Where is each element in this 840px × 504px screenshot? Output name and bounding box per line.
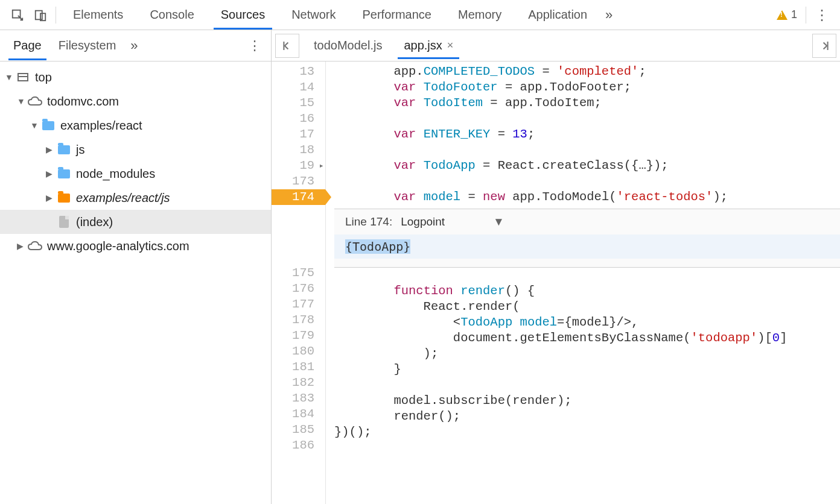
warning-count: 1 <box>791 8 797 21</box>
editor-tab-label: todoModel.js <box>314 39 382 52</box>
settings-menu-icon[interactable]: ⋮ <box>810 7 834 24</box>
breakpoint-line-label: Line 174: <box>345 215 392 228</box>
caret-down-icon: ▼ <box>30 121 41 130</box>
tree-item-folder[interactable]: ▶ node_modules <box>0 162 271 186</box>
line-number[interactable]: 175 <box>272 265 325 281</box>
tab-application[interactable]: Application <box>515 1 600 29</box>
tree-item-top[interactable]: ▼ top <box>0 65 271 89</box>
navigator-tab-filesystem[interactable]: Filesystem <box>50 31 125 60</box>
navigator-menu-icon[interactable]: ⋮ <box>243 38 266 54</box>
caret-down-icon: ▼ <box>5 72 16 82</box>
code-editor[interactable]: 13 14 15 16 17 18 19 173 174 175 176 177… <box>272 61 840 504</box>
navigator-tab-page[interactable]: Page <box>5 31 50 60</box>
tree-item-folder[interactable]: ▶ examples/react/js <box>0 186 271 210</box>
window-icon <box>16 70 30 84</box>
file-tree: ▼ top ▼ todomvc.com ▼ examples/react ▶ j… <box>0 61 271 262</box>
navigator-panel: Page Filesystem » ⋮ ▼ top ▼ todomvc.com … <box>0 30 272 504</box>
tree-label: examples/react <box>60 119 142 133</box>
caret-right-icon: ▶ <box>46 145 57 154</box>
line-number[interactable]: 17 <box>272 127 325 142</box>
line-number[interactable]: 176 <box>272 281 325 297</box>
tree-item-folder[interactable]: ▶ js <box>0 137 271 162</box>
breakpoint-type-select[interactable]: Logpoint ▼ <box>401 215 504 228</box>
line-number[interactable]: 15 <box>272 95 325 111</box>
cloud-icon <box>28 94 42 109</box>
tree-label: examples/react/js <box>76 191 170 205</box>
code-area[interactable]: app.COMPLETED_TODOS = 'completed'; var T… <box>326 61 840 504</box>
line-number[interactable]: 178 <box>272 312 325 328</box>
cloud-icon <box>28 239 42 253</box>
caret-right-icon: ▶ <box>46 193 57 203</box>
line-number[interactable]: 180 <box>272 344 325 359</box>
line-number[interactable]: 184 <box>272 406 325 422</box>
breakpoint-expression-value: {TodoApp} <box>345 239 410 254</box>
tab-console[interactable]: Console <box>136 1 207 29</box>
tree-label: todomvc.com <box>47 95 119 109</box>
breakpoint-editor: Line 174: Logpoint ▼ {TodoApp} <box>334 209 840 268</box>
devtools-tab-bar: Elements Console Sources Network Perform… <box>0 0 840 30</box>
line-number[interactable]: 13 <box>272 64 325 80</box>
tab-memory[interactable]: Memory <box>445 1 515 29</box>
tab-sources[interactable]: Sources <box>208 1 278 29</box>
divider <box>56 7 56 24</box>
line-number[interactable]: 182 <box>272 375 325 391</box>
device-toolbar-icon[interactable] <box>29 4 52 27</box>
tree-item-domain[interactable]: ▼ todomvc.com <box>0 89 271 113</box>
line-number[interactable]: 16 <box>272 111 325 127</box>
inspect-element-icon[interactable] <box>6 4 29 27</box>
caret-right-icon: ▶ <box>46 169 57 178</box>
tab-elements[interactable]: Elements <box>60 1 136 29</box>
tree-label: js <box>76 143 84 157</box>
folder-icon <box>57 191 71 205</box>
tree-item-domain[interactable]: ▶ www.google-analytics.com <box>0 234 271 258</box>
tree-item-file[interactable]: (index) <box>0 210 271 234</box>
folder-icon <box>57 142 71 157</box>
warnings-badge[interactable]: 1 <box>772 8 802 21</box>
caret-down-icon: ▼ <box>17 96 28 106</box>
tree-label: (index) <box>76 215 113 229</box>
editor-tab-bar: todoModel.js app.jsx × <box>272 30 840 61</box>
line-number-foldable[interactable]: 19 <box>272 158 325 174</box>
chevron-down-icon: ▼ <box>493 215 504 228</box>
editor-tab-appjsx[interactable]: app.jsx × <box>393 33 464 58</box>
folder-icon <box>41 118 56 133</box>
more-tabs-icon[interactable]: » <box>600 7 617 23</box>
caret-right-icon: ▶ <box>17 241 28 251</box>
line-number[interactable]: 186 <box>272 438 325 453</box>
line-number-breakpoint[interactable]: 174 <box>272 189 325 205</box>
line-gutter[interactable]: 13 14 15 16 17 18 19 173 174 175 176 177… <box>272 61 326 504</box>
breakpoint-type-value: Logpoint <box>401 215 445 228</box>
tree-label: www.google-analytics.com <box>47 239 189 253</box>
line-number[interactable]: 181 <box>272 359 325 375</box>
show-debugger-button[interactable] <box>812 34 836 58</box>
folder-icon <box>57 166 71 181</box>
line-number[interactable]: 179 <box>272 328 325 344</box>
navigator-tabs: Page Filesystem » ⋮ <box>0 30 271 61</box>
line-number[interactable]: 177 <box>272 297 325 312</box>
close-icon[interactable]: × <box>447 39 454 52</box>
editor-tab-label: app.jsx <box>404 39 442 52</box>
tab-performance[interactable]: Performance <box>349 1 445 29</box>
line-number[interactable]: 18 <box>272 142 325 158</box>
warning-icon <box>777 10 788 20</box>
nav-back-button[interactable] <box>275 34 299 58</box>
breakpoint-expression-input[interactable]: {TodoApp} <box>334 235 840 259</box>
tree-item-folder[interactable]: ▼ examples/react <box>0 113 271 137</box>
line-number[interactable]: 183 <box>272 391 325 406</box>
editor-tab-todomodel[interactable]: todoModel.js <box>303 33 393 58</box>
file-icon <box>57 215 71 229</box>
tab-network[interactable]: Network <box>278 1 349 29</box>
svg-rect-1 <box>36 10 42 19</box>
tree-label: top <box>35 71 52 84</box>
more-navigator-tabs-icon[interactable]: » <box>124 38 144 54</box>
line-number[interactable]: 185 <box>272 422 325 438</box>
tree-label: node_modules <box>76 167 155 181</box>
divider <box>806 7 806 24</box>
line-number[interactable]: 14 <box>272 80 325 95</box>
editor-panel: todoModel.js app.jsx × 13 14 15 16 17 18… <box>272 30 840 504</box>
line-number[interactable]: 173 <box>272 174 325 189</box>
